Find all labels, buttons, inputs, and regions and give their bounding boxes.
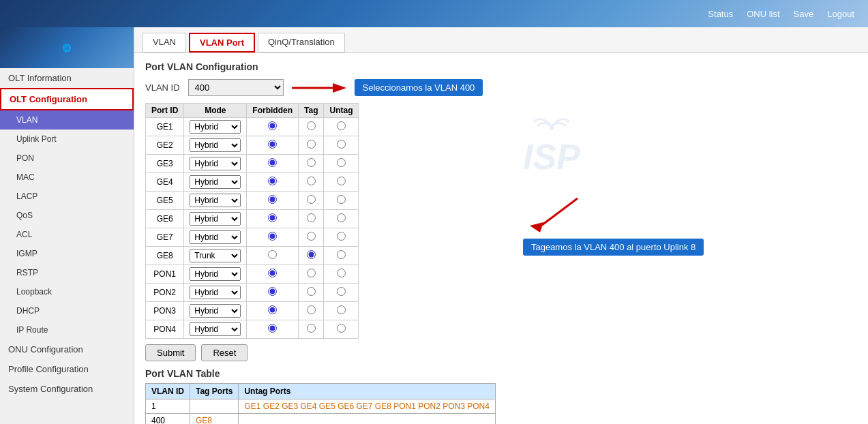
tab-vlan[interactable]: VLAN [143, 33, 186, 52]
pvlan-row-tag-ports [190, 399, 239, 414]
sidebar-item-rstp[interactable]: RSTP [0, 263, 134, 282]
nav-status[interactable]: Status [708, 9, 733, 19]
port-vlan-table-title: Port VLAN Table [145, 368, 496, 379]
sidebar-item-system-configuration[interactable]: System Configuration [0, 379, 134, 399]
radio-forbidden-ge2[interactable] [268, 140, 277, 149]
vlan-id-select[interactable]: 1 400 500 [188, 79, 284, 96]
radio-forbidden-pon2[interactable] [268, 287, 277, 296]
radio-tag-ge2[interactable] [307, 140, 316, 149]
radio-tag-pon3[interactable] [307, 305, 316, 314]
sidebar-item-loopback[interactable]: Loopback [0, 282, 134, 301]
radio-untag-ge3[interactable] [337, 158, 346, 167]
radio-tag-pon4[interactable] [307, 324, 316, 333]
radio-tag-ge5[interactable] [307, 195, 316, 204]
sidebar-item-acl[interactable]: ACL [0, 225, 134, 244]
radio-tag-ge3[interactable] [307, 158, 316, 167]
sidebar-item-uplink-port[interactable]: Uplink Port [0, 130, 134, 149]
mode-select-pon3[interactable]: HybridTrunkAccess [190, 304, 241, 318]
mode-select-ge6[interactable]: HybridTrunkAccess [190, 212, 241, 226]
sidebar-item-igmp[interactable]: IGMP [0, 244, 134, 263]
sidebar-item-lacp[interactable]: LACP [0, 187, 134, 206]
sidebar-item-profile-configuration[interactable]: Profile Configuration [0, 359, 134, 379]
radio-forbidden-pon4[interactable] [268, 324, 277, 333]
wifi-icon [531, 106, 572, 134]
radio-untag-pon2[interactable] [337, 287, 346, 296]
radio-forbidden-ge3[interactable] [268, 158, 277, 167]
submit-button[interactable]: Submit [145, 344, 196, 361]
radio-tag-ge8[interactable] [307, 250, 316, 259]
nav-logout[interactable]: Logout [827, 9, 854, 19]
pvlan-col-tag-ports: Tag Ports [190, 384, 239, 399]
mode-select-pon1[interactable]: HybridTrunkAccess [190, 267, 241, 281]
mode-select-ge2[interactable]: HybridTrunkAccess [190, 138, 241, 152]
mode-select-ge3[interactable]: HybridTrunkAccess [190, 157, 241, 170]
mode-select-ge5[interactable]: HybridTrunkAccess [190, 194, 241, 207]
table-row: GE8 [146, 247, 184, 265]
sidebar-item-onu-configuration[interactable]: ONU Configuration [0, 339, 134, 359]
nav-save[interactable]: Save [794, 9, 814, 19]
sidebar-item-mac[interactable]: MAC [0, 168, 134, 187]
radio-untag-ge6[interactable] [337, 213, 346, 222]
pvlan-row-untag-ports: GE1 GE2 GE3 GE4 GE5 GE6 GE7 GE8 PON1 PON… [239, 399, 495, 414]
radio-untag-ge1[interactable] [337, 121, 346, 130]
svg-marker-1 [333, 83, 346, 93]
sidebar-item-olt-information[interactable]: OLT Information [0, 68, 134, 88]
radio-untag-ge7[interactable] [337, 232, 346, 241]
pvlan-col-vlan-id: VLAN ID [146, 384, 190, 399]
sidebar-item-olt-configuration[interactable]: OLT Configuration [0, 88, 134, 110]
radio-untag-ge4[interactable] [337, 177, 346, 185]
pvlan-row-vlan-id: 1 [146, 399, 190, 414]
radio-untag-pon3[interactable] [337, 305, 346, 314]
radio-tag-ge6[interactable] [307, 213, 316, 222]
nav-onu-list[interactable]: ONU list [747, 9, 779, 19]
radio-forbidden-ge7[interactable] [268, 232, 277, 241]
radio-tag-ge7[interactable] [307, 232, 316, 241]
radio-untag-pon1[interactable] [337, 269, 346, 277]
pvlan-table: VLAN ID Tag Ports Untag Ports 1GE1 GE2 G… [145, 383, 496, 424]
top-header: Status ONU list Save Logout [0, 0, 868, 27]
mode-select-ge8[interactable]: HybridTrunkAccess [190, 249, 241, 262]
sidebar-item-pon[interactable]: PON [0, 149, 134, 168]
radio-forbidden-ge8[interactable] [268, 250, 277, 259]
sidebar-item-vlan[interactable]: VLAN [0, 110, 134, 130]
radio-untag-ge5[interactable] [337, 195, 346, 204]
radio-tag-pon1[interactable] [307, 269, 316, 277]
radio-untag-pon4[interactable] [337, 324, 346, 333]
table-row: GE3 [146, 155, 184, 173]
mode-select-pon4[interactable]: HybridTrunkAccess [190, 322, 241, 336]
sidebar-item-qos[interactable]: QoS [0, 206, 134, 225]
pvlan-col-untag-ports: Untag Ports [239, 384, 495, 399]
col-port-id: Port ID [146, 104, 184, 118]
mode-select-ge7[interactable]: HybridTrunkAccess [190, 230, 241, 244]
arrow-down-left-icon [523, 195, 605, 236]
port-vlan-config-title: Port VLAN Configuration [145, 61, 857, 72]
col-forbidden: Forbidden [247, 104, 299, 118]
radio-tag-ge1[interactable] [307, 121, 316, 130]
radio-untag-ge8[interactable] [337, 250, 346, 259]
mode-select-pon2[interactable]: HybridTrunkAccess [190, 286, 241, 299]
radio-tag-ge4[interactable] [307, 177, 316, 185]
layout: 🌐 OLT Information OLT Configuration VLAN… [0, 27, 868, 424]
radio-forbidden-pon1[interactable] [268, 269, 277, 277]
sidebar-item-dhcp[interactable]: DHCP [0, 301, 134, 320]
sidebar-logo: 🌐 [0, 27, 134, 68]
sidebar-item-ip-route[interactable]: IP Route [0, 320, 134, 339]
table-row: PON3 [146, 302, 184, 320]
radio-forbidden-pon3[interactable] [268, 305, 277, 314]
tab-qinq[interactable]: QinQ/Translation [258, 33, 345, 52]
isp-text: ISP [523, 139, 580, 175]
col-mode: Mode [184, 104, 247, 118]
tab-vlan-port[interactable]: VLAN Port [189, 33, 255, 52]
reset-button[interactable]: Reset [201, 344, 248, 361]
radio-forbidden-ge5[interactable] [268, 195, 277, 204]
table-row: GE6 [146, 210, 184, 228]
radio-forbidden-ge4[interactable] [268, 177, 277, 185]
radio-untag-ge2[interactable] [337, 140, 346, 149]
pvlan-row-untag-ports [239, 414, 495, 425]
mode-select-ge1[interactable]: HybridTrunkAccess [190, 120, 241, 134]
radio-forbidden-ge6[interactable] [268, 213, 277, 222]
mode-select-ge4[interactable]: HybridTrunkAccess [190, 175, 241, 189]
radio-tag-pon2[interactable] [307, 287, 316, 296]
radio-forbidden-ge1[interactable] [268, 121, 277, 130]
vlan-id-row: VLAN ID 1 400 500 Seleccionamos la VLAN … [145, 79, 496, 96]
